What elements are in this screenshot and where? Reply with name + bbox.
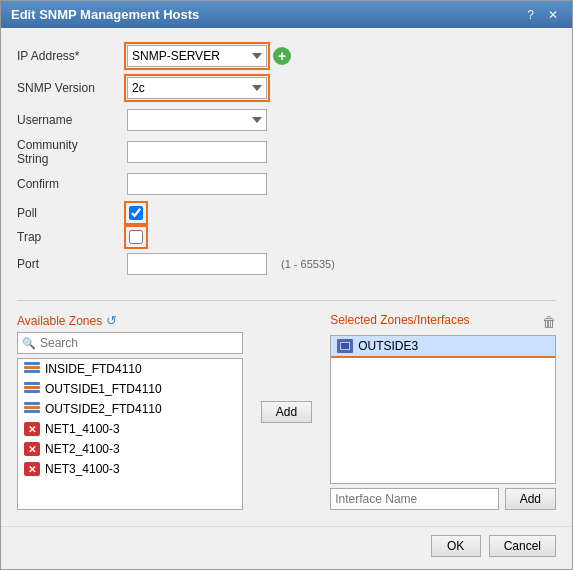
available-zones-title: Available Zones ↺	[17, 313, 243, 328]
available-zones-list[interactable]: INSIDE_FTD4110 OUTSIDE1_FTD4110 OUTSIDE2…	[17, 358, 243, 510]
selected-zone-icon	[337, 339, 353, 353]
port-input[interactable]	[127, 253, 267, 275]
confirm-row: Confirm	[17, 170, 556, 198]
list-item[interactable]: OUTSIDE2_FTD4110	[18, 399, 242, 419]
search-icon: 🔍	[22, 337, 36, 350]
list-item[interactable]: INSIDE_FTD4110	[18, 359, 242, 379]
error-zone-icon: ✕	[24, 462, 40, 476]
search-input[interactable]	[40, 336, 238, 350]
dialog-body: IP Address* SNMP-SERVER + SNMP Version 2…	[1, 28, 572, 520]
port-hint: (1 - 65535)	[281, 258, 335, 270]
community-string-control	[127, 141, 267, 163]
confirm-control	[127, 173, 267, 195]
port-control: (1 - 65535)	[127, 253, 335, 275]
port-row: Port (1 - 65535)	[17, 250, 556, 278]
ip-address-row: IP Address* SNMP-SERVER +	[17, 42, 556, 70]
error-zone-icon: ✕	[24, 422, 40, 436]
username-select[interactable]	[127, 109, 267, 131]
zone-item-name: OUTSIDE1_FTD4110	[45, 382, 162, 396]
available-zones-panel: Available Zones ↺ 🔍 INSIDE_FTD4110 OUTSI…	[17, 313, 243, 510]
zone-item-name: NET1_4100-3	[45, 422, 120, 436]
add-mid-area: Add	[253, 313, 320, 510]
ip-address-label: IP Address*	[17, 49, 127, 63]
dialog-footer: OK Cancel	[1, 526, 572, 569]
interface-name-row: Add	[330, 488, 556, 510]
network-zone-icon	[24, 362, 40, 376]
list-item[interactable]: ✕NET3_4100-3	[18, 459, 242, 479]
trap-label: Trap	[17, 230, 127, 244]
error-zone-icon: ✕	[24, 442, 40, 456]
selected-zones-title: Selected Zones/Interfaces	[330, 313, 469, 327]
trap-checkbox[interactable]	[129, 230, 143, 244]
selected-zone-name: OUTSIDE3	[358, 339, 418, 353]
help-button[interactable]: ?	[523, 8, 538, 22]
port-label: Port	[17, 257, 127, 271]
list-item[interactable]: OUTSIDE1_FTD4110	[18, 379, 242, 399]
list-item[interactable]: OUTSIDE3	[331, 336, 555, 356]
cancel-button[interactable]: Cancel	[489, 535, 556, 557]
community-string-label: Community String	[17, 138, 127, 166]
network-zone-icon	[24, 402, 40, 416]
edit-snmp-dialog: Edit SNMP Management Hosts ? ✕ IP Addres…	[0, 0, 573, 570]
refresh-icon[interactable]: ↺	[106, 313, 117, 328]
selected-header-row: Selected Zones/Interfaces 🗑	[330, 313, 556, 331]
titlebar-actions: ? ✕	[523, 8, 562, 22]
trap-checkbox-wrap	[127, 228, 145, 246]
zone-item-name: INSIDE_FTD4110	[45, 362, 142, 376]
add-zone-button[interactable]: Add	[261, 401, 312, 423]
selected-zones-panel: Selected Zones/Interfaces 🗑 OUTSIDE3 Add	[330, 313, 556, 510]
dialog-titlebar: Edit SNMP Management Hosts ? ✕	[1, 1, 572, 28]
confirm-input[interactable]	[127, 173, 267, 195]
username-row: Username	[17, 106, 556, 134]
search-box: 🔍	[17, 332, 243, 354]
ip-address-select[interactable]: SNMP-SERVER	[127, 45, 267, 67]
trash-icon[interactable]: 🗑	[542, 314, 556, 330]
form-section: IP Address* SNMP-SERVER + SNMP Version 2…	[17, 42, 556, 282]
poll-checkbox[interactable]	[129, 206, 143, 220]
dialog-title: Edit SNMP Management Hosts	[11, 7, 199, 22]
zone-item-name: NET3_4100-3	[45, 462, 120, 476]
list-item[interactable]: ✕NET2_4100-3	[18, 439, 242, 459]
username-label: Username	[17, 113, 127, 127]
network-zone-icon	[24, 382, 40, 396]
list-item[interactable]: ✕NET1_4100-3	[18, 419, 242, 439]
interface-name-input[interactable]	[330, 488, 498, 510]
add-interface-button[interactable]: Add	[505, 488, 556, 510]
community-string-input[interactable]	[127, 141, 267, 163]
snmp-version-control: 2c	[127, 77, 267, 99]
snmp-version-label: SNMP Version	[17, 81, 127, 95]
confirm-label: Confirm	[17, 177, 127, 191]
ip-address-control: SNMP-SERVER +	[127, 45, 291, 67]
community-string-row: Community String	[17, 138, 556, 166]
poll-label: Poll	[17, 206, 127, 220]
trap-row: Trap	[17, 226, 556, 248]
poll-checkbox-wrap	[127, 204, 145, 222]
ok-button[interactable]: OK	[431, 535, 481, 557]
close-button[interactable]: ✕	[544, 8, 562, 22]
snmp-version-select[interactable]: 2c	[127, 77, 267, 99]
divider	[17, 300, 556, 301]
snmp-version-row: SNMP Version 2c	[17, 74, 556, 102]
zones-section: Available Zones ↺ 🔍 INSIDE_FTD4110 OUTSI…	[17, 313, 556, 510]
selected-zones-list[interactable]: OUTSIDE3	[330, 335, 556, 484]
zone-item-name: OUTSIDE2_FTD4110	[45, 402, 162, 416]
username-control	[127, 109, 267, 131]
poll-row: Poll	[17, 202, 556, 224]
zone-item-name: NET2_4100-3	[45, 442, 120, 456]
add-ip-button[interactable]: +	[273, 47, 291, 65]
